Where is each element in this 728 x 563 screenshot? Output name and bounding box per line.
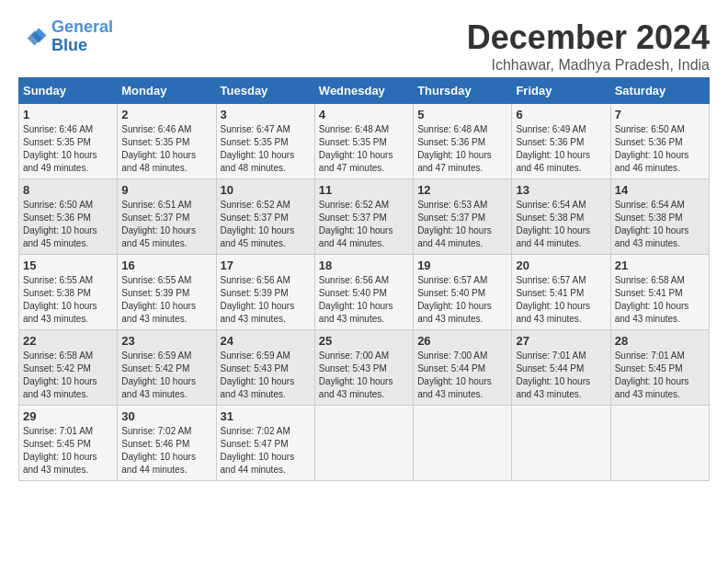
calendar-cell: 2 Sunrise: 6:46 AM Sunset: 5:35 PM Dayli… (118, 104, 216, 179)
sunrise-label: Sunrise: 6:56 AM (221, 275, 290, 285)
calendar-week-row: 29 Sunrise: 7:01 AM Sunset: 5:45 PM Dayl… (19, 406, 710, 481)
sunrise-label: Sunrise: 6:56 AM (319, 275, 389, 285)
weekday-header: Tuesday (216, 78, 314, 104)
day-info: Sunrise: 6:56 AM Sunset: 5:39 PM Dayligh… (221, 274, 311, 326)
day-info: Sunrise: 6:58 AM Sunset: 5:42 PM Dayligh… (23, 350, 113, 401)
sunset-label: Sunset: 5:40 PM (417, 288, 485, 298)
sunset-label: Sunset: 5:38 PM (23, 288, 91, 298)
sunset-label: Sunset: 5:47 PM (221, 439, 289, 449)
sunrise-label: Sunrise: 6:48 AM (417, 124, 487, 134)
calendar-cell: 13 Sunrise: 6:54 AM Sunset: 5:38 PM Dayl… (512, 179, 610, 255)
calendar-cell: 9 Sunrise: 6:51 AM Sunset: 5:37 PM Dayli… (118, 179, 216, 255)
calendar-cell: 24 Sunrise: 6:59 AM Sunset: 5:43 PM Dayl… (216, 330, 314, 406)
sunset-label: Sunset: 5:41 PM (615, 288, 683, 298)
day-info: Sunrise: 6:50 AM Sunset: 5:36 PM Dayligh… (615, 123, 705, 175)
daylight-label: Daylight: 10 hours and 43 minutes. (417, 301, 492, 324)
calendar-cell: 28 Sunrise: 7:01 AM Sunset: 5:45 PM Dayl… (610, 330, 709, 406)
day-number: 13 (516, 183, 606, 197)
daylight-label: Daylight: 10 hours and 46 minutes. (615, 150, 689, 173)
calendar-cell: 23 Sunrise: 6:59 AM Sunset: 5:42 PM Dayl… (118, 330, 216, 406)
logo-icon (18, 22, 48, 52)
sunrise-label: Sunrise: 6:48 AM (319, 124, 389, 134)
day-number: 22 (23, 334, 113, 348)
calendar-cell: 8 Sunrise: 6:50 AM Sunset: 5:36 PM Dayli… (19, 179, 118, 255)
sunrise-label: Sunrise: 7:01 AM (516, 350, 586, 361)
day-info: Sunrise: 7:00 AM Sunset: 5:43 PM Dayligh… (319, 350, 409, 401)
day-number: 16 (121, 259, 211, 272)
day-info: Sunrise: 6:51 AM Sunset: 5:37 PM Dayligh… (121, 199, 211, 250)
sunset-label: Sunset: 5:38 PM (615, 213, 683, 223)
sunset-label: Sunset: 5:43 PM (221, 363, 289, 373)
day-number: 5 (417, 108, 507, 121)
day-number: 6 (516, 108, 606, 121)
calendar-cell (512, 406, 610, 481)
day-number: 23 (121, 334, 211, 348)
day-info: Sunrise: 6:57 AM Sunset: 5:40 PM Dayligh… (417, 274, 507, 326)
day-info: Sunrise: 6:59 AM Sunset: 5:42 PM Dayligh… (121, 350, 211, 401)
sunset-label: Sunset: 5:41 PM (516, 288, 584, 298)
weekday-header-row: SundayMondayTuesdayWednesdayThursdayFrid… (19, 78, 710, 104)
sunset-label: Sunset: 5:46 PM (121, 439, 189, 449)
title-area: December 2024 Ichhawar, Madhya Pradesh, … (467, 18, 710, 74)
calendar-cell: 11 Sunrise: 6:52 AM Sunset: 5:37 PM Dayl… (314, 179, 413, 255)
calendar-cell: 1 Sunrise: 6:46 AM Sunset: 5:35 PM Dayli… (19, 104, 118, 179)
sunrise-label: Sunrise: 6:59 AM (121, 350, 191, 361)
sunset-label: Sunset: 5:35 PM (319, 137, 387, 147)
day-info: Sunrise: 6:58 AM Sunset: 5:41 PM Dayligh… (615, 274, 705, 326)
calendar-cell: 5 Sunrise: 6:48 AM Sunset: 5:36 PM Dayli… (414, 104, 512, 179)
sunrise-label: Sunrise: 6:54 AM (615, 200, 685, 210)
daylight-label: Daylight: 10 hours and 44 minutes. (121, 452, 196, 475)
day-info: Sunrise: 6:55 AM Sunset: 5:38 PM Dayligh… (23, 274, 113, 326)
day-info: Sunrise: 6:56 AM Sunset: 5:40 PM Dayligh… (319, 274, 409, 326)
day-number: 28 (615, 334, 705, 348)
sunset-label: Sunset: 5:37 PM (319, 213, 387, 223)
header: General Blue December 2024 Ichhawar, Mad… (18, 18, 710, 74)
day-number: 24 (221, 334, 311, 348)
day-info: Sunrise: 6:52 AM Sunset: 5:37 PM Dayligh… (319, 199, 409, 250)
calendar-week-row: 22 Sunrise: 6:58 AM Sunset: 5:42 PM Dayl… (19, 330, 710, 406)
day-number: 1 (23, 108, 113, 121)
day-info: Sunrise: 6:50 AM Sunset: 5:36 PM Dayligh… (23, 199, 113, 250)
calendar-cell: 22 Sunrise: 6:58 AM Sunset: 5:42 PM Dayl… (19, 330, 118, 406)
sunset-label: Sunset: 5:36 PM (417, 137, 485, 147)
day-number: 25 (319, 334, 409, 348)
sunset-label: Sunset: 5:37 PM (121, 213, 189, 223)
day-number: 7 (615, 108, 705, 121)
daylight-label: Daylight: 10 hours and 44 minutes. (319, 225, 393, 248)
sunset-label: Sunset: 5:43 PM (319, 363, 387, 373)
weekday-header: Sunday (19, 78, 118, 104)
day-number: 26 (417, 334, 507, 348)
day-number: 14 (615, 183, 705, 197)
sunrise-label: Sunrise: 6:46 AM (121, 124, 191, 134)
day-info: Sunrise: 7:01 AM Sunset: 5:44 PM Dayligh… (516, 350, 606, 401)
sunrise-label: Sunrise: 7:01 AM (615, 350, 685, 361)
calendar-cell: 20 Sunrise: 6:57 AM Sunset: 5:41 PM Dayl… (512, 255, 610, 330)
calendar-cell: 12 Sunrise: 6:53 AM Sunset: 5:37 PM Dayl… (414, 179, 512, 255)
calendar-week-row: 8 Sunrise: 6:50 AM Sunset: 5:36 PM Dayli… (19, 179, 710, 255)
sunrise-label: Sunrise: 6:46 AM (23, 124, 93, 134)
daylight-label: Daylight: 10 hours and 43 minutes. (417, 376, 492, 399)
day-info: Sunrise: 6:49 AM Sunset: 5:36 PM Dayligh… (516, 123, 606, 175)
daylight-label: Daylight: 10 hours and 48 minutes. (121, 150, 196, 173)
weekday-header: Friday (512, 78, 610, 104)
day-info: Sunrise: 7:02 AM Sunset: 5:46 PM Dayligh… (121, 425, 211, 477)
day-info: Sunrise: 6:54 AM Sunset: 5:38 PM Dayligh… (516, 199, 606, 250)
calendar-week-row: 15 Sunrise: 6:55 AM Sunset: 5:38 PM Dayl… (19, 255, 710, 330)
day-info: Sunrise: 6:53 AM Sunset: 5:37 PM Dayligh… (417, 199, 507, 250)
daylight-label: Daylight: 10 hours and 43 minutes. (23, 301, 97, 324)
daylight-label: Daylight: 10 hours and 43 minutes. (516, 301, 590, 324)
daylight-label: Daylight: 10 hours and 43 minutes. (121, 376, 196, 399)
day-number: 4 (319, 108, 409, 121)
day-info: Sunrise: 6:55 AM Sunset: 5:39 PM Dayligh… (121, 274, 211, 326)
sunrise-label: Sunrise: 7:00 AM (319, 350, 389, 361)
calendar-cell: 26 Sunrise: 7:00 AM Sunset: 5:44 PM Dayl… (414, 330, 512, 406)
day-number: 11 (319, 183, 409, 197)
daylight-label: Daylight: 10 hours and 45 minutes. (221, 225, 295, 248)
calendar-cell: 30 Sunrise: 7:02 AM Sunset: 5:46 PM Dayl… (118, 406, 216, 481)
daylight-label: Daylight: 10 hours and 43 minutes. (615, 301, 689, 324)
sunrise-label: Sunrise: 6:58 AM (23, 350, 93, 361)
daylight-label: Daylight: 10 hours and 47 minutes. (417, 150, 492, 173)
day-info: Sunrise: 7:01 AM Sunset: 5:45 PM Dayligh… (23, 425, 113, 477)
day-number: 10 (221, 183, 311, 197)
sunrise-label: Sunrise: 6:57 AM (417, 275, 487, 285)
